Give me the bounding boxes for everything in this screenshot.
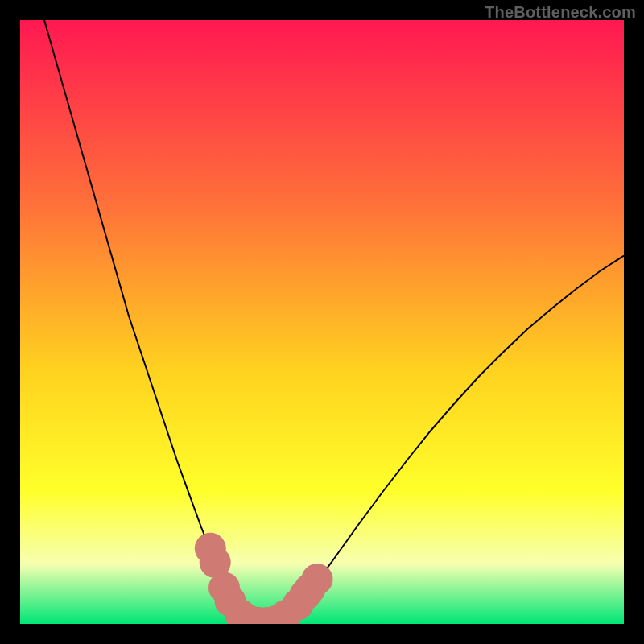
data-marker bbox=[302, 564, 333, 595]
bottleneck-chart bbox=[20, 20, 624, 624]
gradient-background bbox=[20, 20, 624, 624]
chart-frame: TheBottleneck.com bbox=[0, 0, 644, 644]
plot-area bbox=[20, 20, 624, 624]
watermark-text: TheBottleneck.com bbox=[485, 3, 636, 22]
